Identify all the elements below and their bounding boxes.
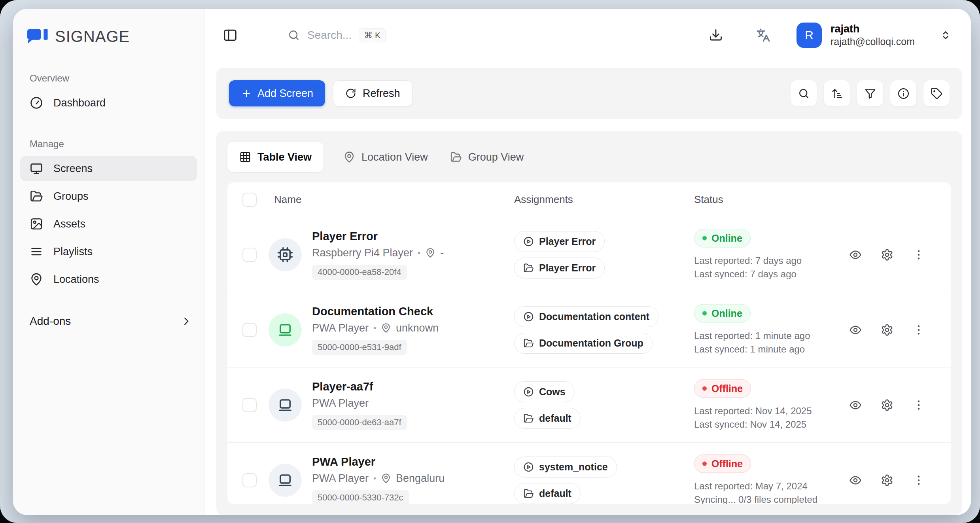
status: Online Last reported: 1 minute ago Last … — [694, 304, 810, 356]
settings-icon[interactable] — [881, 248, 893, 261]
eye-icon[interactable] — [849, 248, 862, 261]
row-checkbox[interactable] — [242, 323, 257, 337]
more-vertical-icon[interactable] — [912, 474, 925, 487]
settings-icon[interactable] — [881, 474, 893, 487]
status-dot — [702, 386, 707, 390]
last-reported-text: Last reported: 7 days ago — [694, 254, 802, 267]
playlist-pill[interactable]: system_notice — [514, 457, 617, 478]
search-placeholder: Search... — [307, 29, 352, 42]
sidebar-item-label: Groups — [53, 190, 89, 203]
search-icon — [798, 87, 810, 100]
playlist-pill[interactable]: Documentation content — [514, 306, 658, 327]
playlist-pill[interactable]: Cows — [514, 381, 575, 402]
group-pill[interactable]: default — [514, 483, 581, 504]
filter-icon — [864, 87, 876, 100]
screen-name: Player-aa7f — [312, 380, 407, 393]
sidebar-item-locations[interactable]: Locations — [20, 267, 197, 292]
table-row: Player-aa7f PWA Player • 5000-0000-de63-… — [227, 368, 951, 443]
map-pin-icon — [343, 151, 355, 163]
app-window: SIGNAGE Overview Dashboard Manage Screen… — [13, 9, 971, 515]
screen-avatar — [269, 313, 302, 347]
refresh-button[interactable]: Refresh — [333, 80, 412, 106]
user-avatar[interactable]: R — [796, 23, 822, 48]
chevron-right-icon — [180, 315, 192, 327]
group-pill[interactable]: Documentation Group — [514, 333, 653, 354]
monitor-icon — [30, 162, 43, 175]
sidebar-item-dashboard[interactable]: Dashboard — [20, 90, 197, 116]
download-icon[interactable] — [709, 28, 723, 42]
add-screen-label: Add Screen — [257, 87, 313, 100]
settings-icon[interactable] — [881, 324, 893, 336]
sidebar-item-playlists[interactable]: Playlists — [20, 239, 197, 264]
sidebar-toggle-icon[interactable] — [223, 28, 238, 43]
screen-location-group: • - — [418, 247, 444, 259]
sidebar-item-groups[interactable]: Groups — [20, 184, 197, 209]
search-table-button[interactable] — [791, 80, 817, 106]
assignments: Documentation content Documentation Grou… — [514, 306, 658, 354]
tab-group-view[interactable]: Group View — [448, 142, 526, 172]
user-name: rajath — [831, 23, 915, 36]
table-grid-icon — [239, 151, 251, 163]
screen-location-group: • Bengaluru — [373, 472, 445, 485]
row-checkbox[interactable] — [242, 473, 257, 487]
assignments: Cows default — [514, 381, 581, 429]
playlist-pill[interactable]: Player Error — [514, 231, 605, 252]
sidebar-item-label: Screens — [53, 163, 93, 175]
play-circle-icon — [523, 387, 534, 397]
sidebar-section-overview: Overview — [30, 73, 204, 84]
screen-avatar — [269, 238, 302, 271]
more-vertical-icon[interactable] — [912, 248, 925, 261]
status-dot — [702, 311, 707, 315]
map-pin-icon — [30, 273, 43, 286]
tag-button[interactable] — [923, 80, 950, 106]
screen-name-block[interactable]: Documentation Check PWA Player • unknown… — [312, 305, 439, 355]
add-screen-button[interactable]: Add Screen — [229, 80, 325, 106]
tab-table-view[interactable]: Table View — [227, 142, 324, 172]
settings-icon[interactable] — [881, 399, 893, 411]
translate-icon[interactable] — [756, 28, 770, 42]
chevrons-up-down-icon[interactable] — [939, 29, 952, 42]
status-badge: Offline — [694, 454, 751, 473]
column-header-status: Status — [694, 193, 723, 206]
row-checkbox[interactable] — [242, 248, 257, 262]
sort-button[interactable] — [824, 80, 850, 106]
screens-view-card: Table View Location View Group View Name… — [216, 131, 962, 515]
table-row: Documentation Check PWA Player • unknown… — [227, 292, 951, 368]
user-email: rajath@colloqi.com — [831, 36, 915, 48]
eye-icon[interactable] — [849, 324, 862, 336]
more-vertical-icon[interactable] — [912, 399, 925, 411]
screen-id-badge: 5000-0000-5330-732c — [312, 490, 409, 504]
last-synced-text: Last synced: 1 minute ago — [694, 342, 810, 356]
screen-player-type: Raspberry Pi4 Player — [312, 247, 413, 259]
folder-open-icon — [523, 413, 534, 424]
filter-button[interactable] — [857, 80, 883, 106]
addons-label: Add-ons — [30, 315, 71, 328]
row-checkbox[interactable] — [242, 398, 257, 412]
eye-icon[interactable] — [849, 474, 862, 487]
select-all-checkbox[interactable] — [242, 193, 257, 207]
eye-icon[interactable] — [849, 399, 862, 411]
assignments: Player Error Player Error — [514, 231, 605, 279]
group-pill[interactable]: default — [514, 408, 581, 429]
folder-open-icon — [523, 338, 534, 349]
screen-name: Player Error — [312, 230, 444, 243]
info-button[interactable] — [890, 80, 916, 106]
search-input[interactable]: Search... ⌘ K — [288, 28, 386, 42]
tab-location-view[interactable]: Location View — [341, 142, 430, 172]
sidebar-item-assets[interactable]: Assets — [20, 211, 197, 237]
sidebar-item-addons[interactable]: Add-ons — [30, 315, 192, 328]
group-name: Documentation Group — [539, 337, 643, 349]
tab-label: Group View — [468, 151, 524, 163]
screen-avatar — [269, 388, 302, 422]
sidebar-item-screens[interactable]: Screens — [20, 156, 197, 181]
more-vertical-icon[interactable] — [912, 324, 925, 336]
screen-name-block[interactable]: Player-aa7f PWA Player • 5000-0000-de63-… — [312, 380, 407, 430]
screen-name-block[interactable]: PWA Player PWA Player • Bengaluru 5000-0… — [312, 455, 445, 504]
group-pill[interactable]: Player Error — [514, 258, 605, 279]
screen-name-block[interactable]: Player Error Raspberry Pi4 Player • - 40… — [312, 230, 444, 280]
last-synced-text: Last synced: 7 days ago — [694, 267, 802, 280]
screen-name: PWA Player — [312, 455, 445, 468]
last-synced-text: Syncing... 0/3 files completed — [694, 493, 817, 504]
laptop-icon — [277, 397, 293, 413]
playlist-name: system_notice — [539, 461, 608, 473]
